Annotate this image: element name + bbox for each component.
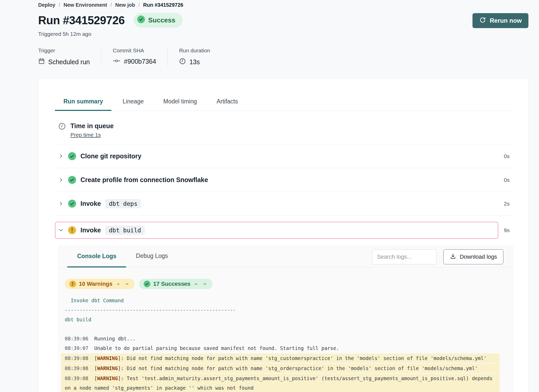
status-badge: Success (134, 13, 182, 27)
meta-label: Commit SHA (113, 47, 156, 54)
meta-label: Run duration (179, 47, 210, 54)
queue-title: Time in queue (70, 122, 114, 130)
console-actions: Download logs (372, 245, 503, 264)
step-command: dbt build (105, 226, 145, 235)
warnings-badge[interactable]: 10 Warnings (65, 279, 135, 289)
clock-icon (58, 122, 66, 138)
log-line (61, 324, 500, 334)
meta-commit: Commit SHA #900b7364 (113, 47, 168, 66)
log-timestamp: 08:39:06 (65, 336, 88, 341)
step-row-clone-git-repository[interactable]: Clone git repository0s (55, 144, 514, 168)
steps-list: Clone git repository0sCreate profile fro… (55, 144, 514, 245)
meta-trigger: Trigger Scheduled run (38, 47, 101, 66)
chevron-right-icon[interactable] (58, 201, 64, 206)
meta-duration: Run duration 13s (179, 47, 221, 66)
main-tabs: Run summaryLineageModel timingArtifacts (55, 78, 514, 111)
warning-tag: WARNING (97, 375, 118, 381)
chevron-down-icon[interactable] (58, 227, 64, 233)
chevron-up-icon[interactable] (193, 282, 199, 286)
success-check-icon (144, 281, 150, 287)
console-panel: Console LogsDebug Logs Download logs (58, 245, 514, 392)
log-line: 08:39:06 Running dbt... (61, 334, 500, 344)
step-row-invoke-dbt-deps[interactable]: Invokedbt deps2s (55, 192, 514, 215)
log-timestamp: 08:39:08 (65, 355, 88, 361)
warning-tag: WARNING (97, 365, 118, 371)
download-logs-button[interactable]: Download logs (443, 249, 503, 264)
log-line: dbt build (61, 315, 500, 324)
successes-badge[interactable]: 17 Successes (139, 279, 213, 289)
triggered-text: Triggered 5h 12m ago (38, 31, 182, 37)
step-main: Invokedbt build (55, 222, 498, 239)
download-logs-label: Download logs (460, 254, 497, 260)
chevron-down-icon[interactable] (202, 282, 208, 286)
step-label: Invoke (80, 200, 101, 207)
step-label: Create profile from connection Snowflake (80, 176, 208, 184)
chevron-up-icon[interactable] (115, 282, 121, 286)
step-main: Create profile from connection Snowflake (58, 176, 498, 184)
header-left: Run #341529726 Success Triggered 5h 12m … (38, 13, 182, 37)
success-check-icon (68, 200, 76, 208)
step-row-create-profile-from-connection-snowflake[interactable]: Create profile from connection Snowflake… (55, 168, 514, 192)
warning-icon (68, 226, 76, 234)
status-badge-label: Success (148, 16, 175, 24)
tab-model-timing[interactable]: Model timing (155, 98, 205, 111)
breadcrumb: Deploy/New Environment/New job/Run #3415… (38, 2, 528, 8)
chevron-right-icon[interactable] (58, 177, 64, 183)
prep-time-link[interactable]: Prep time 1s (70, 132, 101, 138)
log-timestamp: 08:39:08 (65, 365, 88, 371)
log-output: Invoke dbt Command----------------------… (58, 296, 514, 392)
commit-sha-value: #900b7364 (124, 58, 156, 65)
rerun-now-button[interactable]: Rerun now (472, 13, 528, 28)
step-main: Invokedbt deps (58, 199, 498, 208)
breadcrumb-item-deploy[interactable]: Deploy (38, 2, 55, 8)
warning-tag: WARNING (97, 355, 118, 361)
success-check-icon (68, 176, 76, 184)
step-row-invoke-dbt-build[interactable]: Invokedbt build9s (55, 215, 514, 245)
success-check-icon (137, 15, 145, 25)
trigger-value: Scheduled run (48, 58, 90, 66)
step-main: Clone git repository (58, 152, 498, 160)
log-line: 08:39:08 [WARNING]: Did not find matchin… (61, 354, 500, 363)
meta-value: 13s (179, 58, 210, 66)
commit-icon (113, 58, 120, 65)
rerun-now-label: Rerun now (490, 17, 522, 24)
step-command: dbt deps (105, 199, 141, 208)
chevron-right-icon[interactable] (58, 153, 64, 159)
breadcrumb-item-new-job[interactable]: New job (115, 2, 135, 8)
log-timestamp: 08:39:08 (65, 375, 88, 381)
search-logs-input[interactable] (372, 249, 437, 264)
page-title: Run #341529726 (38, 13, 125, 27)
log-line: Invoke dbt Command (61, 296, 500, 305)
step-label: Clone git repository (80, 152, 141, 160)
success-check-icon (68, 152, 76, 160)
tab-lineage[interactable]: Lineage (114, 98, 152, 111)
step-duration: 0s (498, 153, 514, 159)
tab-run-summary[interactable]: Run summary (55, 98, 111, 111)
tab-artifacts[interactable]: Artifacts (208, 98, 247, 111)
log-line: 08:39:08 [WARNING]: Did not find matchin… (61, 364, 500, 373)
queue-text: Time in queue Prep time 1s (70, 122, 114, 138)
tab-debug-logs[interactable]: Debug Logs (126, 252, 178, 267)
warnings-count: 10 Warnings (79, 281, 112, 287)
console-tabs: Console LogsDebug Logs (67, 245, 178, 267)
step-duration: 0s (498, 177, 514, 183)
meta-value: Scheduled run (38, 58, 90, 66)
meta-label: Trigger (38, 47, 90, 54)
log-timestamp: 08:39:07 (65, 345, 88, 351)
breadcrumb-item-run-341529726: Run #341529726 (143, 2, 183, 8)
log-line: 08:39:08 [WARNING]: Test 'test.admin_mat… (61, 374, 500, 392)
successes-count: 17 Successes (153, 281, 190, 287)
log-filter-badges: 10 Warnings 17 Successes (58, 267, 514, 289)
meta-value: #900b7364 (113, 58, 156, 65)
breadcrumb-separator: / (110, 2, 112, 8)
run-duration-value: 13s (189, 58, 200, 66)
breadcrumb-item-new-environment[interactable]: New Environment (63, 2, 107, 8)
run-meta: Trigger Scheduled run Commit SHA #900b73… (38, 47, 528, 66)
tab-console-logs[interactable]: Console Logs (67, 253, 126, 267)
chevron-down-icon[interactable] (124, 282, 130, 286)
breadcrumb-separator: / (59, 2, 60, 8)
breadcrumb-separator: / (138, 2, 140, 8)
run-detail-page: Deploy/New Environment/New job/Run #3415… (0, 0, 539, 392)
step-duration: 9s (498, 227, 514, 233)
log-line: ----------------------------------------… (61, 305, 500, 315)
